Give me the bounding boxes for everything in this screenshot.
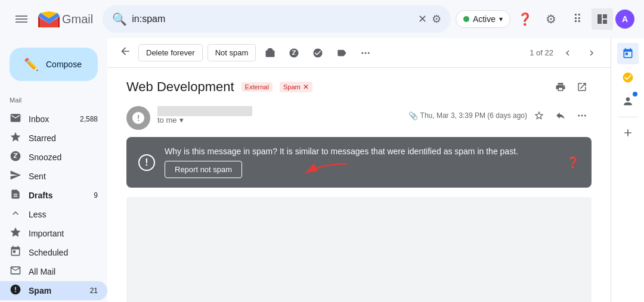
top-right-actions: Active ▾ ❓ ⚙ ⠿ A bbox=[456, 7, 634, 31]
spam-message: Why is this message in spam? It is simil… bbox=[165, 147, 518, 156]
prev-email-button[interactable] bbox=[558, 43, 577, 63]
gmail-logo: Gmail bbox=[38, 11, 93, 27]
sidebar-item-snoozed[interactable]: Snoozed bbox=[0, 148, 107, 167]
compose-icon: ✏️ bbox=[24, 57, 39, 71]
email-toolbar: Delete forever Not spam 1 of 2 bbox=[107, 38, 611, 68]
sender-top: ████████████████ bbox=[157, 106, 401, 116]
inbox-icon bbox=[10, 112, 21, 126]
sidebar-item-inbox[interactable]: Inbox 2,588 bbox=[0, 110, 107, 129]
avatar[interactable]: A bbox=[615, 10, 634, 29]
sent-label: Sent bbox=[29, 172, 46, 181]
important-label: Important bbox=[29, 229, 64, 238]
right-panel bbox=[611, 38, 644, 302]
less-label: Less bbox=[29, 210, 47, 219]
star-button[interactable] bbox=[530, 106, 549, 125]
help-button[interactable]: ❓ bbox=[513, 7, 537, 31]
svg-point-6 bbox=[362, 52, 364, 54]
spam-help-button[interactable]: ❓ bbox=[566, 156, 580, 169]
sidebar-item-spam[interactable]: Spam 21 bbox=[0, 281, 107, 300]
scheduled-label: Scheduled bbox=[29, 248, 68, 257]
to-chevron-icon[interactable]: ▾ bbox=[179, 116, 184, 124]
app-container: Gmail 🔍 ✕ ⚙ Active ▾ ❓ ⚙ ⠿ A bbox=[0, 0, 644, 302]
search-icon: 🔍 bbox=[112, 12, 127, 26]
sidebar-item-allmail[interactable]: All Mail bbox=[0, 262, 107, 281]
gmail-text: Gmail bbox=[62, 13, 93, 26]
menu-button[interactable] bbox=[10, 7, 33, 31]
search-input[interactable] bbox=[132, 14, 413, 24]
inbox-count: 2,588 bbox=[80, 115, 98, 123]
tag-external: External bbox=[242, 82, 273, 92]
mail-section-label: Mail bbox=[10, 96, 21, 104]
spam-warning-icon: ! bbox=[138, 154, 155, 171]
more-button-small[interactable] bbox=[572, 106, 592, 125]
next-email-button[interactable] bbox=[582, 43, 601, 63]
sidebar-item-scheduled[interactable]: Scheduled bbox=[0, 243, 107, 262]
panel-divider bbox=[618, 117, 637, 117]
move-to-button[interactable] bbox=[261, 43, 280, 63]
spam-tag-text: Spam bbox=[283, 83, 301, 91]
spam-label: Spam bbox=[29, 286, 51, 295]
add-panel-button[interactable] bbox=[617, 122, 639, 144]
not-spam-button[interactable]: Not spam bbox=[208, 44, 256, 61]
snooze-button[interactable] bbox=[284, 43, 304, 63]
reply-button-small[interactable] bbox=[551, 106, 570, 125]
svg-rect-5 bbox=[603, 20, 607, 24]
spam-icon bbox=[10, 284, 21, 298]
sidebar-item-less[interactable]: Less bbox=[0, 205, 107, 224]
spam-tag-close[interactable]: ✕ bbox=[303, 83, 309, 91]
sidebar-item-sent[interactable]: Sent bbox=[0, 167, 107, 186]
settings-button[interactable]: ⚙ bbox=[539, 7, 563, 31]
sidebar-item-important[interactable]: Important bbox=[0, 224, 107, 243]
important-icon bbox=[10, 226, 21, 241]
inbox-label: Inbox bbox=[29, 114, 49, 124]
apps-button[interactable]: ⠿ bbox=[565, 7, 589, 31]
svg-point-8 bbox=[368, 52, 370, 54]
sidebar-item-starred[interactable]: Starred bbox=[0, 129, 107, 148]
task-button[interactable] bbox=[308, 43, 327, 63]
print-button[interactable] bbox=[551, 77, 570, 96]
more-options-button[interactable] bbox=[356, 43, 375, 63]
svg-rect-4 bbox=[603, 14, 607, 18]
back-button[interactable] bbox=[117, 43, 134, 63]
email-body bbox=[126, 197, 592, 302]
main-area: ✏️ Compose Mail Inbox 2,588 Starred bbox=[0, 38, 644, 302]
email-meta-actions: 📎 Thu, Mar 3, 3:39 PM (6 days ago) bbox=[408, 106, 592, 125]
email-subject: Web Development bbox=[126, 79, 234, 95]
tag-spam: Spam ✕ bbox=[280, 82, 312, 92]
contacts-badge bbox=[633, 92, 637, 96]
report-not-spam-button[interactable]: Report not spam bbox=[165, 161, 242, 178]
spam-banner: ! Why is this message in spam? It is sim… bbox=[126, 137, 592, 188]
split-view-button[interactable] bbox=[592, 8, 613, 30]
labels-button[interactable] bbox=[332, 43, 351, 63]
arrow-annotation bbox=[299, 161, 347, 180]
less-icon bbox=[10, 207, 21, 222]
search-filter-icon[interactable]: ⚙ bbox=[432, 13, 441, 26]
tasks-panel-button[interactable] bbox=[617, 67, 639, 88]
delete-forever-button[interactable]: Delete forever bbox=[138, 44, 203, 61]
sidebar-item-drafts[interactable]: Drafts 9 bbox=[0, 186, 107, 205]
sidebar-mail-section: Mail bbox=[0, 91, 107, 110]
svg-point-11 bbox=[584, 115, 586, 117]
contacts-panel-button[interactable] bbox=[617, 91, 639, 112]
search-bar: 🔍 ✕ ⚙ bbox=[103, 5, 451, 33]
status-dot bbox=[463, 16, 469, 22]
svg-rect-3 bbox=[597, 14, 602, 24]
status-label: Active bbox=[473, 14, 496, 24]
calendar-panel-button[interactable] bbox=[617, 43, 639, 64]
spam-count: 21 bbox=[90, 287, 98, 295]
email-content: Delete forever Not spam 1 of 2 bbox=[107, 38, 611, 302]
email-view: Web Development External Spam ✕ bbox=[107, 68, 611, 302]
email-subject-line: Web Development External Spam ✕ bbox=[126, 77, 592, 96]
compose-label: Compose bbox=[46, 60, 82, 69]
top-bar: Gmail 🔍 ✕ ⚙ Active ▾ ❓ ⚙ ⠿ A bbox=[0, 0, 644, 38]
status-button[interactable]: Active ▾ bbox=[456, 10, 510, 28]
open-new-window-button[interactable] bbox=[572, 77, 592, 96]
svg-rect-0 bbox=[16, 15, 27, 17]
attachment-icon-small: 📎 bbox=[408, 111, 418, 120]
starred-icon bbox=[10, 131, 21, 145]
compose-button[interactable]: ✏️ Compose bbox=[10, 48, 98, 81]
email-count: 1 of 22 bbox=[530, 48, 553, 57]
svg-point-9 bbox=[578, 115, 580, 117]
drafts-icon bbox=[10, 188, 21, 203]
search-clear-icon[interactable]: ✕ bbox=[418, 13, 427, 26]
